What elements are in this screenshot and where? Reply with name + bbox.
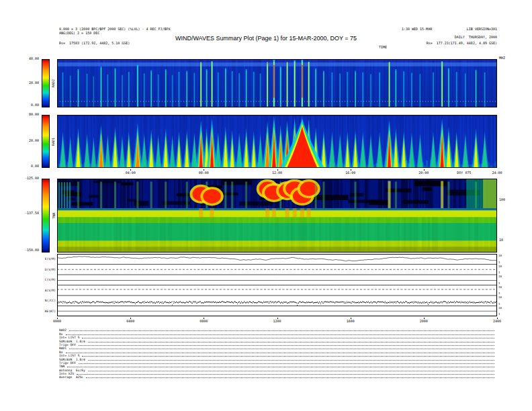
footer-label: RAD1 xyxy=(59,347,66,350)
strip-row-label: A(V/M) xyxy=(26,289,56,292)
dotted-leader xyxy=(88,342,494,342)
footer-label: SUM/AVR 1.0/4 xyxy=(59,358,85,361)
rad1-spectrogram-canvas xyxy=(57,115,497,168)
x-tick-mark xyxy=(351,169,351,171)
rad1-colorbar xyxy=(42,115,50,168)
strip-right-scale-top: 10 xyxy=(498,265,502,268)
x-tick-mark xyxy=(57,318,58,319)
x-tick-label: 16:00 xyxy=(345,171,355,175)
dotted-leader xyxy=(66,334,494,335)
rad2-cbar-tick-mid: 20.00 xyxy=(9,81,39,85)
footer-label: Int= LIST S xyxy=(59,354,79,357)
rad1-cbar-tick-mid: 20.00 xyxy=(9,138,39,142)
dotted-leader xyxy=(67,367,494,367)
tnr-cbar-tick-max: -125.00 xyxy=(9,176,39,180)
dotted-leader xyxy=(79,345,494,346)
tnr-axis-name: TNR xyxy=(50,179,56,253)
footer-label: Int= X25 xyxy=(59,372,74,375)
x-tick-label: 12:00 xyxy=(272,171,282,175)
footer-config-block: RAD2RxInt= LIST SSUM/AVR 1.0/4Trig= OFFR… xyxy=(59,328,494,379)
dotted-leader xyxy=(86,377,494,378)
footer-label: Antenna Ex/Ey xyxy=(59,369,85,372)
tnr-spectrogram-canvas xyxy=(57,179,497,253)
rad1-axis-name: RAD1 xyxy=(50,115,56,168)
dotted-leader xyxy=(88,371,494,371)
x-tick-mark xyxy=(497,318,498,319)
line-strip-panels-canvas xyxy=(57,254,497,316)
x-tick-label: 2400 xyxy=(493,319,501,323)
rad1-cbar-tick-max: 80.00 xyxy=(9,112,39,116)
rad2-axis-name: RAD2 xyxy=(50,59,56,107)
strip-right-scale-top: 10 xyxy=(498,296,502,299)
dotted-leader xyxy=(82,356,494,357)
x-tick-mark xyxy=(277,169,278,171)
x-tick-mark xyxy=(204,318,204,319)
footer-label: Trig= OFF xyxy=(59,343,76,347)
rad2-axis-name-text: RAD2 xyxy=(52,79,56,87)
tnr-cbar-tick-mid: -137.50 xyxy=(9,211,39,215)
header-generated-time: 1:30 WED 15-MAR xyxy=(402,27,432,31)
footer-label: Trig= OFF xyxy=(59,361,76,365)
x-tick-label: 24:00 xyxy=(492,171,502,175)
rad1-cbar-tick-min: 0.00 xyxy=(9,164,39,168)
rad2-cbar-tick-max: 40.00 xyxy=(9,56,39,60)
header-daily-label: DAILY THURSDAY, 2000 xyxy=(455,35,497,39)
strip-right-scale-top: 10 xyxy=(498,255,502,257)
rad2-right-unit-label: MHZ xyxy=(499,56,505,60)
bottom-x-axis-row: 0000040008001200160020002400 xyxy=(0,318,532,324)
strip-right-scale-bottom: 1 xyxy=(498,282,500,285)
tnr-freq-tick-100: 100 xyxy=(499,197,505,201)
strip-right-scale-top: 10 xyxy=(498,307,502,310)
footer-label: Average A25L xyxy=(59,375,83,379)
x-tick-label: 0000 xyxy=(53,319,61,323)
x-tick-mark xyxy=(130,318,131,319)
x-tick-label: 2000 xyxy=(420,319,428,323)
strip-row-label: E(V/M) xyxy=(26,257,56,261)
x-tick-mark xyxy=(130,169,131,171)
tnr-colorbar xyxy=(42,179,50,253)
x-tick-label: 1600 xyxy=(347,319,355,323)
footer-label: Rx xyxy=(59,351,63,354)
time-axis-label: TIME xyxy=(379,45,387,49)
rad2-colorbar xyxy=(42,59,50,107)
footer-label: Int= LIST S xyxy=(59,336,79,339)
dotted-leader xyxy=(79,363,494,364)
dotted-leader xyxy=(69,330,494,331)
rad1-axis-name-text: RAD1 xyxy=(52,137,56,145)
x-tick-mark xyxy=(204,169,204,171)
dotted-leader xyxy=(66,353,494,353)
spacecraft-position-left: Rs= 17583 (172.92, 4482, 5.10 GSE) xyxy=(59,41,130,45)
strip-row-label: N(/CC) xyxy=(26,299,56,302)
strip-row-label: RE(RT) xyxy=(26,310,56,313)
dotted-leader xyxy=(77,374,494,375)
strip-right-scale-bottom: 1 xyxy=(498,303,500,306)
wind-waves-summary-page: 0.000 = 3 (2000 BPC/BPF 2000 SEC) (%LVL)… xyxy=(0,0,532,411)
x-tick-mark xyxy=(424,169,425,171)
footer-label: RAD2 xyxy=(59,328,66,332)
footer-label: Rx xyxy=(59,332,63,336)
x-tick-mark xyxy=(351,318,351,319)
footer-row: Average A25L xyxy=(59,375,494,379)
strip-right-scale-top: 10 xyxy=(498,275,502,278)
mid-x-axis-row: 04:0008:0012:0016:0020:00DOY 07524:00 xyxy=(0,169,532,176)
dotted-leader xyxy=(69,349,494,349)
x-tick-label: 20:00 xyxy=(418,171,429,175)
x-tick-label: 0800 xyxy=(200,319,208,323)
dotted-leader xyxy=(82,338,494,338)
strip-right-scale-bottom: 1 xyxy=(498,292,500,295)
tnr-cbar-tick-min: -150.00 xyxy=(9,248,39,252)
dotted-leader xyxy=(88,360,494,361)
x-tick-label: 0400 xyxy=(126,319,134,323)
footer-label: TNR xyxy=(59,365,64,368)
rad2-spectrogram-canvas xyxy=(57,59,497,107)
x-tick-mark xyxy=(277,318,278,319)
x-tick-label: 08:00 xyxy=(199,171,209,175)
tnr-freq-tick-10: 10 xyxy=(499,238,503,242)
strip-row-label: D(V/M) xyxy=(26,268,56,271)
rad2-cbar-tick-min: 0.00 xyxy=(9,103,39,107)
footer-label: SUM/AVR 1.0/4 xyxy=(59,340,85,343)
spacecraft-position-right: Rs= 177.23(171.49, 4482, 4.89 GSE) xyxy=(427,41,497,45)
x-tick-mark xyxy=(424,318,425,319)
strip-right-scale-bottom: 1 xyxy=(498,271,500,274)
strip-row-label: C(V/M) xyxy=(26,278,56,281)
